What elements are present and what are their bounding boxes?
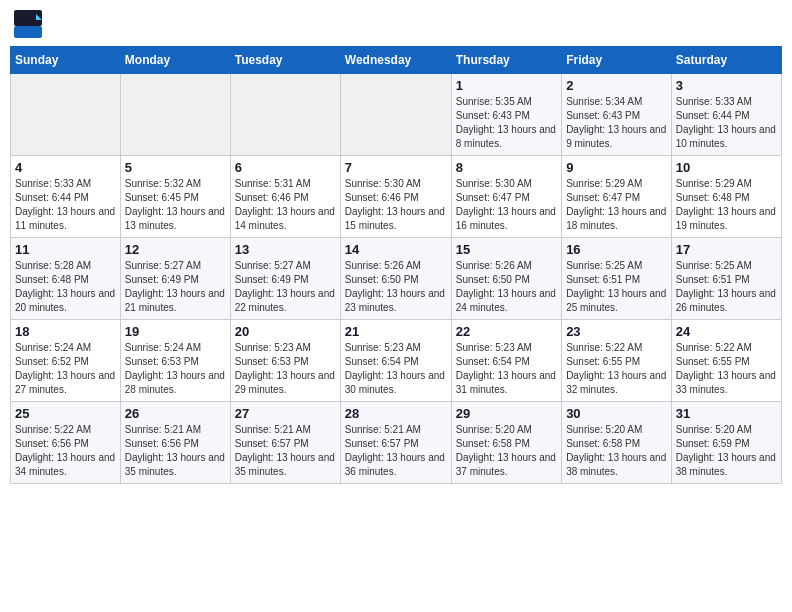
day-number: 12 <box>125 242 226 257</box>
calendar-cell: 7Sunrise: 5:30 AM Sunset: 6:46 PM Daylig… <box>340 156 451 238</box>
day-detail: Sunrise: 5:26 AM Sunset: 6:50 PM Dayligh… <box>345 259 447 315</box>
calendar-cell: 16Sunrise: 5:25 AM Sunset: 6:51 PM Dayli… <box>562 238 672 320</box>
weekday-header: Sunday <box>11 47 121 74</box>
calendar-cell: 23Sunrise: 5:22 AM Sunset: 6:55 PM Dayli… <box>562 320 672 402</box>
weekday-row: SundayMondayTuesdayWednesdayThursdayFrid… <box>11 47 782 74</box>
day-number: 10 <box>676 160 777 175</box>
calendar-cell: 26Sunrise: 5:21 AM Sunset: 6:56 PM Dayli… <box>120 402 230 484</box>
calendar-cell <box>11 74 121 156</box>
calendar-cell: 31Sunrise: 5:20 AM Sunset: 6:59 PM Dayli… <box>671 402 781 484</box>
calendar-cell: 9Sunrise: 5:29 AM Sunset: 6:47 PM Daylig… <box>562 156 672 238</box>
day-number: 27 <box>235 406 336 421</box>
day-number: 21 <box>345 324 447 339</box>
day-detail: Sunrise: 5:21 AM Sunset: 6:57 PM Dayligh… <box>345 423 447 479</box>
weekday-header: Thursday <box>451 47 561 74</box>
calendar-cell: 15Sunrise: 5:26 AM Sunset: 6:50 PM Dayli… <box>451 238 561 320</box>
calendar-cell: 8Sunrise: 5:30 AM Sunset: 6:47 PM Daylig… <box>451 156 561 238</box>
calendar-cell: 22Sunrise: 5:23 AM Sunset: 6:54 PM Dayli… <box>451 320 561 402</box>
day-detail: Sunrise: 5:23 AM Sunset: 6:54 PM Dayligh… <box>345 341 447 397</box>
day-number: 1 <box>456 78 557 93</box>
day-detail: Sunrise: 5:25 AM Sunset: 6:51 PM Dayligh… <box>676 259 777 315</box>
day-detail: Sunrise: 5:22 AM Sunset: 6:56 PM Dayligh… <box>15 423 116 479</box>
day-number: 25 <box>15 406 116 421</box>
calendar-cell: 14Sunrise: 5:26 AM Sunset: 6:50 PM Dayli… <box>340 238 451 320</box>
day-detail: Sunrise: 5:20 AM Sunset: 6:59 PM Dayligh… <box>676 423 777 479</box>
day-detail: Sunrise: 5:35 AM Sunset: 6:43 PM Dayligh… <box>456 95 557 151</box>
day-detail: Sunrise: 5:27 AM Sunset: 6:49 PM Dayligh… <box>125 259 226 315</box>
day-detail: Sunrise: 5:30 AM Sunset: 6:47 PM Dayligh… <box>456 177 557 233</box>
calendar-cell: 21Sunrise: 5:23 AM Sunset: 6:54 PM Dayli… <box>340 320 451 402</box>
day-number: 31 <box>676 406 777 421</box>
calendar-cell: 24Sunrise: 5:22 AM Sunset: 6:55 PM Dayli… <box>671 320 781 402</box>
day-detail: Sunrise: 5:20 AM Sunset: 6:58 PM Dayligh… <box>566 423 667 479</box>
day-number: 22 <box>456 324 557 339</box>
day-number: 24 <box>676 324 777 339</box>
calendar-cell: 1Sunrise: 5:35 AM Sunset: 6:43 PM Daylig… <box>451 74 561 156</box>
day-detail: Sunrise: 5:23 AM Sunset: 6:53 PM Dayligh… <box>235 341 336 397</box>
day-number: 20 <box>235 324 336 339</box>
svg-rect-1 <box>14 26 42 38</box>
calendar-cell: 11Sunrise: 5:28 AM Sunset: 6:48 PM Dayli… <box>11 238 121 320</box>
day-number: 19 <box>125 324 226 339</box>
calendar-cell: 3Sunrise: 5:33 AM Sunset: 6:44 PM Daylig… <box>671 74 781 156</box>
calendar-cell: 12Sunrise: 5:27 AM Sunset: 6:49 PM Dayli… <box>120 238 230 320</box>
day-number: 30 <box>566 406 667 421</box>
day-detail: Sunrise: 5:27 AM Sunset: 6:49 PM Dayligh… <box>235 259 336 315</box>
calendar-cell: 6Sunrise: 5:31 AM Sunset: 6:46 PM Daylig… <box>230 156 340 238</box>
calendar-cell: 13Sunrise: 5:27 AM Sunset: 6:49 PM Dayli… <box>230 238 340 320</box>
calendar-cell <box>230 74 340 156</box>
day-number: 13 <box>235 242 336 257</box>
day-number: 7 <box>345 160 447 175</box>
day-number: 4 <box>15 160 116 175</box>
calendar-cell <box>340 74 451 156</box>
day-detail: Sunrise: 5:20 AM Sunset: 6:58 PM Dayligh… <box>456 423 557 479</box>
day-number: 2 <box>566 78 667 93</box>
calendar-cell: 25Sunrise: 5:22 AM Sunset: 6:56 PM Dayli… <box>11 402 121 484</box>
day-detail: Sunrise: 5:21 AM Sunset: 6:57 PM Dayligh… <box>235 423 336 479</box>
day-detail: Sunrise: 5:32 AM Sunset: 6:45 PM Dayligh… <box>125 177 226 233</box>
day-number: 16 <box>566 242 667 257</box>
calendar-table: SundayMondayTuesdayWednesdayThursdayFrid… <box>10 46 782 484</box>
logo <box>14 10 46 38</box>
header <box>10 10 782 38</box>
day-number: 8 <box>456 160 557 175</box>
day-number: 23 <box>566 324 667 339</box>
day-detail: Sunrise: 5:29 AM Sunset: 6:48 PM Dayligh… <box>676 177 777 233</box>
calendar-week-row: 25Sunrise: 5:22 AM Sunset: 6:56 PM Dayli… <box>11 402 782 484</box>
calendar-cell: 20Sunrise: 5:23 AM Sunset: 6:53 PM Dayli… <box>230 320 340 402</box>
day-number: 15 <box>456 242 557 257</box>
day-detail: Sunrise: 5:26 AM Sunset: 6:50 PM Dayligh… <box>456 259 557 315</box>
calendar-cell: 29Sunrise: 5:20 AM Sunset: 6:58 PM Dayli… <box>451 402 561 484</box>
day-detail: Sunrise: 5:22 AM Sunset: 6:55 PM Dayligh… <box>676 341 777 397</box>
calendar-cell <box>120 74 230 156</box>
weekday-header: Monday <box>120 47 230 74</box>
calendar-week-row: 11Sunrise: 5:28 AM Sunset: 6:48 PM Dayli… <box>11 238 782 320</box>
calendar-week-row: 1Sunrise: 5:35 AM Sunset: 6:43 PM Daylig… <box>11 74 782 156</box>
day-detail: Sunrise: 5:28 AM Sunset: 6:48 PM Dayligh… <box>15 259 116 315</box>
calendar-cell: 27Sunrise: 5:21 AM Sunset: 6:57 PM Dayli… <box>230 402 340 484</box>
calendar-cell: 18Sunrise: 5:24 AM Sunset: 6:52 PM Dayli… <box>11 320 121 402</box>
day-detail: Sunrise: 5:31 AM Sunset: 6:46 PM Dayligh… <box>235 177 336 233</box>
calendar-cell: 4Sunrise: 5:33 AM Sunset: 6:44 PM Daylig… <box>11 156 121 238</box>
calendar-cell: 10Sunrise: 5:29 AM Sunset: 6:48 PM Dayli… <box>671 156 781 238</box>
day-number: 17 <box>676 242 777 257</box>
calendar-header: SundayMondayTuesdayWednesdayThursdayFrid… <box>11 47 782 74</box>
day-number: 9 <box>566 160 667 175</box>
calendar-cell: 5Sunrise: 5:32 AM Sunset: 6:45 PM Daylig… <box>120 156 230 238</box>
day-number: 26 <box>125 406 226 421</box>
day-detail: Sunrise: 5:24 AM Sunset: 6:53 PM Dayligh… <box>125 341 226 397</box>
day-detail: Sunrise: 5:22 AM Sunset: 6:55 PM Dayligh… <box>566 341 667 397</box>
calendar-cell: 28Sunrise: 5:21 AM Sunset: 6:57 PM Dayli… <box>340 402 451 484</box>
calendar-body: 1Sunrise: 5:35 AM Sunset: 6:43 PM Daylig… <box>11 74 782 484</box>
day-number: 28 <box>345 406 447 421</box>
day-number: 3 <box>676 78 777 93</box>
day-detail: Sunrise: 5:30 AM Sunset: 6:46 PM Dayligh… <box>345 177 447 233</box>
day-number: 5 <box>125 160 226 175</box>
calendar-cell: 19Sunrise: 5:24 AM Sunset: 6:53 PM Dayli… <box>120 320 230 402</box>
day-detail: Sunrise: 5:24 AM Sunset: 6:52 PM Dayligh… <box>15 341 116 397</box>
day-number: 11 <box>15 242 116 257</box>
day-number: 6 <box>235 160 336 175</box>
weekday-header: Friday <box>562 47 672 74</box>
day-detail: Sunrise: 5:34 AM Sunset: 6:43 PM Dayligh… <box>566 95 667 151</box>
day-number: 18 <box>15 324 116 339</box>
